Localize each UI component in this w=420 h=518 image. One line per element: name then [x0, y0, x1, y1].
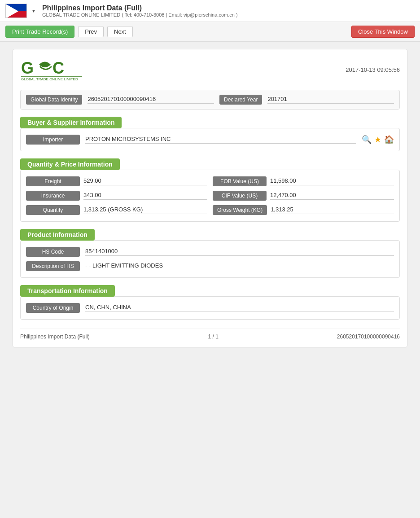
svg-text:G: G — [21, 59, 34, 77]
declared-year-value: 201701 — [267, 96, 394, 104]
global-data-identity-value: 260520170100000090416 — [88, 96, 214, 104]
country-origin-label: Country of Origin — [26, 303, 80, 313]
search-icon[interactable]: 🔍 — [362, 135, 372, 145]
product-title: Product Information — [20, 229, 95, 241]
product-section: Product Information HS Code 8541401000 D… — [20, 229, 400, 278]
description-hs-row: Description of HS - - LIGHT EMITTING DIO… — [26, 261, 394, 271]
prev-button[interactable]: Prev — [78, 26, 104, 37]
app-title-block: Philippines Import Data (Full) GLOBAL TR… — [42, 4, 238, 18]
footer-left: Philippines Import Data (Full) — [20, 334, 90, 340]
transportation-section: Transportation Information Country of Or… — [20, 285, 400, 320]
buyer-supplier-section: Buyer & Supplier Information Importer PR… — [20, 117, 400, 151]
quantity-gross-row: Quantity 1,313.25 (GROSS KG) Gross Weigh… — [26, 205, 394, 215]
print-button[interactable]: Print Trade Record(s) — [5, 26, 74, 38]
transportation-body: Country of Origin CN, CHN, CHINA — [20, 296, 400, 320]
country-origin-value: CN, CHN, CHINA — [85, 304, 394, 312]
hs-code-label: HS Code — [26, 247, 80, 257]
toolbar: Print Trade Record(s) Prev Next Close Th… — [0, 22, 420, 42]
record-card: G C GLOBAL TRADE ONLINE LIMITED 2017-10-… — [13, 49, 407, 347]
toolbar-left: Print Trade Record(s) Prev Next — [5, 26, 133, 38]
card-header: G C GLOBAL TRADE ONLINE LIMITED 2017-10-… — [20, 57, 400, 83]
freight-value: 529.00 — [83, 177, 207, 185]
importer-value: PROTON MICROSYSTEMS INC — [85, 136, 356, 144]
country-origin-row: Country of Origin CN, CHN, CHINA — [26, 303, 394, 313]
quantity-price-section: Quantity & Price Information Freight 529… — [20, 158, 400, 222]
quantity-value: 1,313.25 (GROSS KG) — [83, 206, 207, 214]
app-subtitle: GLOBAL TRADE ONLINE LIMITED ( Tel: 400-7… — [42, 12, 238, 18]
fob-label: FOB Value (US) — [213, 176, 267, 186]
importer-icons: 🔍 ★ 🏠 — [362, 135, 394, 145]
logo: G C GLOBAL TRADE ONLINE LIMITED — [20, 57, 83, 83]
identity-row: Global Data Identity 2605201701000000904… — [20, 90, 400, 110]
gross-weight-label: Gross Weight (KG) — [213, 205, 267, 215]
insurance-col: Insurance 343.00 — [26, 191, 207, 201]
transportation-title: Transportation Information — [20, 285, 115, 297]
fob-value: 11,598.00 — [270, 177, 394, 185]
quantity-col: Quantity 1,313.25 (GROSS KG) — [26, 205, 207, 215]
star-icon[interactable]: ★ — [374, 135, 381, 145]
fob-col: FOB Value (US) 11,598.00 — [213, 176, 394, 186]
footer-right: 260520170100000090416 — [337, 334, 400, 340]
insurance-value: 343.00 — [83, 192, 207, 200]
insurance-cif-row: Insurance 343.00 CIF Value (US) 12,470.0… — [26, 191, 394, 201]
top-header: ▼ Philippines Import Data (Full) GLOBAL … — [0, 0, 420, 22]
product-body: HS Code 8541401000 Description of HS - -… — [20, 240, 400, 278]
next-button[interactable]: Next — [107, 26, 133, 37]
cif-col: CIF Value (US) 12,470.00 — [213, 191, 394, 201]
importer-row: Importer PROTON MICROSYSTEMS INC 🔍 ★ 🏠 — [26, 135, 394, 145]
close-window-button[interactable]: Close This Window — [351, 26, 415, 38]
description-hs-value: - - LIGHT EMITTING DIODES — [85, 262, 394, 270]
flag-icon — [5, 4, 27, 18]
hs-code-value: 8541401000 — [85, 248, 394, 256]
app-title: Philippines Import Data (Full) — [42, 4, 238, 12]
importer-label: Importer — [26, 135, 80, 145]
freight-fob-row: Freight 529.00 FOB Value (US) 11,598.00 — [26, 176, 394, 186]
hs-code-row: HS Code 8541401000 — [26, 247, 394, 257]
quantity-label: Quantity — [26, 205, 80, 215]
home-icon[interactable]: 🏠 — [384, 135, 394, 145]
buyer-supplier-title: Buyer & Supplier Information — [20, 117, 122, 128]
quantity-price-body: Freight 529.00 FOB Value (US) 11,598.00 … — [20, 170, 400, 222]
timestamp: 2017-10-13 09:05:56 — [346, 66, 400, 73]
freight-col: Freight 529.00 — [26, 176, 207, 186]
global-data-identity-label: Global Data Identity — [26, 95, 82, 105]
declared-year-label: Declared Year — [219, 95, 262, 105]
gross-weight-value: 1,313.25 — [271, 206, 394, 214]
cif-value: 12,470.00 — [270, 192, 394, 200]
svg-text:GLOBAL TRADE ONLINE LIMITED: GLOBAL TRADE ONLINE LIMITED — [21, 77, 78, 81]
svg-text:C: C — [52, 59, 64, 77]
flag-dropdown-arrow[interactable]: ▼ — [31, 9, 36, 13]
card-footer: Philippines Import Data (Full) 1 / 1 260… — [20, 329, 400, 340]
quantity-price-title: Quantity & Price Information — [20, 158, 120, 170]
buyer-supplier-body: Importer PROTON MICROSYSTEMS INC 🔍 ★ 🏠 — [20, 128, 400, 151]
freight-label: Freight — [26, 176, 80, 186]
insurance-label: Insurance — [26, 191, 80, 201]
description-hs-label: Description of HS — [26, 261, 80, 271]
footer-center: 1 / 1 — [208, 334, 219, 340]
main-content: G C GLOBAL TRADE ONLINE LIMITED 2017-10-… — [0, 42, 420, 491]
cif-label: CIF Value (US) — [213, 191, 267, 201]
gross-weight-col: Gross Weight (KG) 1,313.25 — [213, 205, 394, 215]
